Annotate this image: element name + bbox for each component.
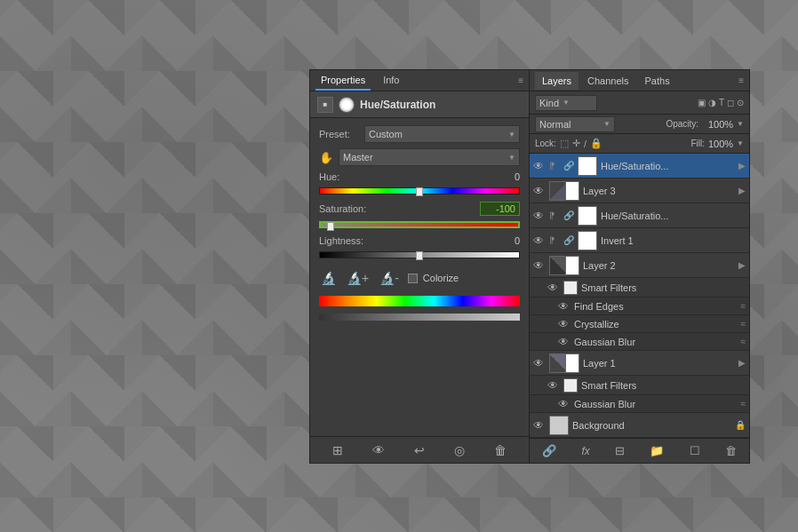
layer-item-hue-sat-1[interactable]: 👁 ⁋ 🔗 Hue/Saturatio... ▶ <box>530 154 749 179</box>
delete-layer-icon[interactable]: 🗑 <box>725 444 737 457</box>
layer-item-layer3[interactable]: 👁 Layer 3 ▶ <box>530 179 749 203</box>
kind-label: Kind <box>539 98 559 108</box>
layer-item-layer1[interactable]: 👁 Layer 1 ▶ <box>530 351 749 376</box>
layer-item-hue-sat-2[interactable]: 👁 ⁋ 🔗 Hue/Saturatio... <box>530 203 749 228</box>
opacity-label: Opacity: <box>666 119 698 129</box>
eye-background[interactable]: 👁 <box>533 419 546 432</box>
properties-content: Preset: Custom ▼ ✋ Master ▼ Hue: 0 <box>310 118 529 328</box>
link-hue-sat-1: ⁋ <box>549 161 560 171</box>
eye-hue-sat-2[interactable]: 👁 <box>533 210 546 222</box>
filter-gaussian-blur-2[interactable]: 👁 Gaussian Blur ≈ <box>530 333 749 351</box>
filter-crystallize[interactable]: 👁 Crystallize ≈ <box>530 315 749 333</box>
chain-hue-sat-2: 🔗 <box>563 210 574 220</box>
tab-layers[interactable]: Layers <box>535 72 579 90</box>
lock-icons: ⬚ ✛ / 🔒 <box>560 138 602 149</box>
channel-dropdown[interactable]: Master ▼ <box>339 148 520 166</box>
layer-item-background[interactable]: 👁 Background 🔒 <box>530 413 749 438</box>
eye-layer1[interactable]: 👁 <box>533 357 546 369</box>
eye-smart-filters-1[interactable]: 👁 <box>547 379 560 392</box>
visibility-icon[interactable]: ◎ <box>454 443 465 457</box>
smart-filter-icon[interactable]: ⊙ <box>737 98 744 107</box>
hand-icon: ✋ <box>319 151 333 164</box>
eye-crystallize[interactable]: 👁 <box>558 318 571 330</box>
smart-filters-layer1: 👁 Smart Filters <box>530 376 749 395</box>
eye-layer3[interactable]: 👁 <box>533 185 546 197</box>
layer-item-invert1[interactable]: 👁 ⁋ 🔗 Invert 1 <box>530 228 749 253</box>
blend-mode-value: Normal <box>539 119 571 130</box>
lightness-track[interactable] <box>319 251 520 258</box>
add-mask-footer-icon[interactable]: ⊟ <box>615 444 625 457</box>
lightness-section: Lightness: 0 <box>319 235 520 260</box>
eye-invert1[interactable]: 👁 <box>533 234 546 247</box>
lock-position-icon[interactable]: ✛ <box>572 138 580 149</box>
eyedropper-row: 🔬 🔬+ 🔬- Colorize <box>319 269 520 287</box>
lightness-thumb[interactable] <box>416 251 423 260</box>
eyedropper-button[interactable]: 🔬 <box>319 269 338 287</box>
name-hue-sat-2: Hue/Saturatio... <box>601 210 746 221</box>
lock-all-icon[interactable]: 🔒 <box>590 138 602 149</box>
eye-find-edges[interactable]: 👁 <box>558 300 571 313</box>
colorize-row: Colorize <box>408 273 459 283</box>
adjustment-filter-icon[interactable]: ◑ <box>708 98 716 107</box>
new-group-icon[interactable]: 📁 <box>650 444 664 457</box>
eye-gaussian-blur-2[interactable]: 👁 <box>558 336 571 348</box>
layers-menu-icon[interactable]: ≡ <box>738 75 744 85</box>
link-layers-icon[interactable]: 🔗 <box>542 444 556 457</box>
scroll-layer1[interactable]: ▶ <box>738 358 746 368</box>
new-layer-icon[interactable]: ☐ <box>690 444 700 457</box>
tab-info[interactable]: Info <box>378 71 404 91</box>
eye-gaussian-blur-1[interactable]: 👁 <box>558 398 571 410</box>
shape-filter-icon[interactable]: ◻ <box>727 98 734 107</box>
lock-pixel-icon[interactable]: ⬚ <box>560 138 569 149</box>
add-mask-icon[interactable]: ⊞ <box>332 443 343 457</box>
hue-row: Hue: 0 <box>319 171 520 182</box>
preset-dropdown[interactable]: Custom ▼ <box>364 125 520 143</box>
smart-filters-layer2: 👁 Smart Filters <box>530 278 749 298</box>
tab-paths[interactable]: Paths <box>638 72 677 90</box>
thumb-hue-sat-2 <box>578 206 597 226</box>
trash-icon[interactable]: 🗑 <box>494 443 507 457</box>
name-layer3: Layer 3 <box>583 186 735 196</box>
lightness-row: Lightness: 0 <box>319 235 520 246</box>
scroll-layer3[interactable]: ▶ <box>738 186 746 195</box>
kind-dropdown[interactable]: Kind ▼ <box>535 95 597 111</box>
kind-filter-icons: ▣ ◑ T ◻ ⊙ <box>698 98 744 107</box>
pixel-filter-icon[interactable]: ▣ <box>698 98 706 107</box>
eye-smart-filters-2[interactable]: 👁 <box>547 282 560 294</box>
colorize-checkbox[interactable] <box>408 274 418 283</box>
preset-value: Custom <box>369 129 403 139</box>
layers-panel: Layers Channels Paths ≡ Kind ▼ ▣ ◑ T ◻ ⊙ <box>530 69 750 464</box>
scroll-hue-sat-1[interactable]: ▶ <box>738 161 746 171</box>
preset-row: Preset: Custom ▼ <box>319 125 520 143</box>
hue-track[interactable] <box>319 187 520 195</box>
lock-art-icon[interactable]: / <box>584 139 587 149</box>
eyedropper-add-button[interactable]: 🔬+ <box>345 269 371 287</box>
scroll-layer2[interactable]: ▶ <box>738 260 746 270</box>
name-layer1: Layer 1 <box>583 358 735 369</box>
eye-hue-sat-1[interactable]: 👁 <box>533 160 546 172</box>
layer-item-layer2[interactable]: 👁 Layer 2 ▶ <box>530 253 749 278</box>
blend-mode-dropdown[interactable]: Normal ▼ <box>535 116 615 132</box>
saturation-track[interactable] <box>319 221 520 228</box>
hue-thumb[interactable] <box>416 187 423 196</box>
text-filter-icon[interactable]: T <box>719 98 724 107</box>
name-hue-sat-1: Hue/Saturatio... <box>601 161 735 171</box>
rotate-icon[interactable]: ↩ <box>414 443 425 457</box>
fill-arrow[interactable]: ▼ <box>737 139 744 147</box>
panel-menu-icon[interactable]: ≡ <box>518 75 523 85</box>
opacity-arrow[interactable]: ▼ <box>737 120 744 128</box>
filter-find-edges[interactable]: 👁 Find Edges ≈ <box>530 298 749 315</box>
gaussian-blur-1-adjust-icon: ≈ <box>741 399 746 409</box>
filter-gaussian-blur-1[interactable]: 👁 Gaussian Blur ≈ <box>530 395 749 413</box>
eyedropper-sub-button[interactable]: 🔬- <box>378 269 401 287</box>
eye-footer-icon[interactable]: 👁 <box>372 443 385 457</box>
tab-channels[interactable]: Channels <box>580 72 635 90</box>
fill-row: Fill: 100% ▼ <box>690 139 744 149</box>
eye-layer2[interactable]: 👁 <box>533 259 546 272</box>
kind-arrow: ▼ <box>563 99 570 107</box>
fx-icon[interactable]: fx <box>581 445 589 457</box>
chain-invert1: 🔗 <box>563 235 574 245</box>
saturation-thumb[interactable] <box>327 222 334 231</box>
fill-label: Fill: <box>690 139 705 148</box>
tab-properties[interactable]: Properties <box>315 71 371 91</box>
